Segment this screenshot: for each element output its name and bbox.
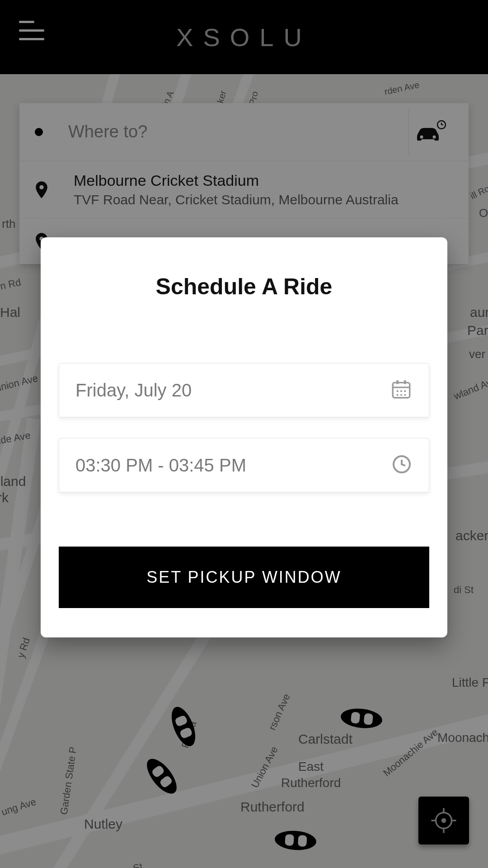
modal-title: Schedule A Ride — [59, 274, 429, 300]
svg-point-32 — [404, 394, 406, 396]
schedule-ride-modal: Schedule A Ride Friday, July 20 03:30 PM… — [41, 237, 447, 637]
clock-icon — [391, 453, 413, 477]
svg-point-29 — [404, 390, 406, 392]
date-field[interactable]: Friday, July 20 — [59, 363, 429, 417]
time-field[interactable]: 03:30 PM - 03:45 PM — [59, 438, 429, 492]
svg-point-27 — [397, 390, 399, 392]
svg-point-31 — [400, 394, 402, 396]
time-value: 03:30 PM - 03:45 PM — [75, 455, 246, 476]
submit-label: SET PICKUP WINDOW — [146, 568, 342, 587]
date-value: Friday, July 20 — [75, 380, 192, 401]
calendar-icon — [390, 378, 413, 402]
svg-point-28 — [400, 390, 402, 392]
set-pickup-window-button[interactable]: SET PICKUP WINDOW — [59, 547, 429, 608]
svg-point-30 — [397, 394, 399, 396]
